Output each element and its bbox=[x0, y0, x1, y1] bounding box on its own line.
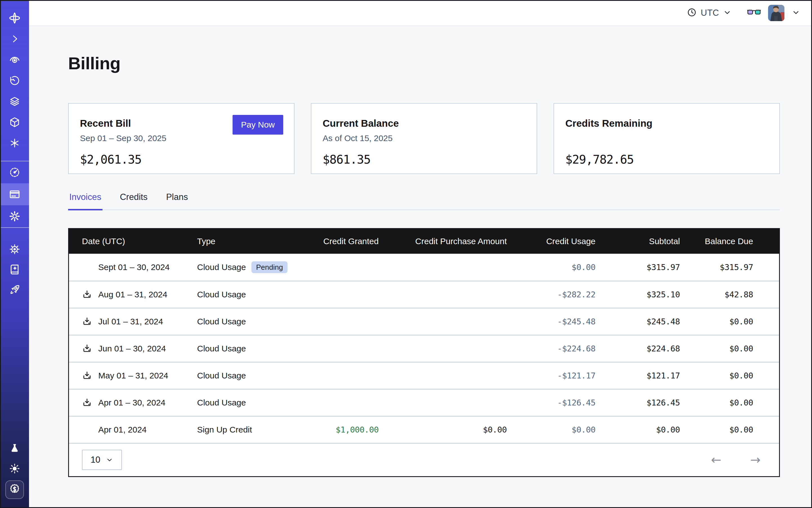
download-invoice-button[interactable] bbox=[82, 344, 92, 354]
table-row: Jun 01 – 30, 2024Cloud Usage-$224.68$224… bbox=[69, 335, 779, 362]
invoice-date: Jul 01 – 31, 2024 bbox=[98, 317, 163, 326]
tab-invoices[interactable]: Invoices bbox=[68, 192, 102, 210]
invoice-date: Sept 01 – 30, 2024 bbox=[98, 262, 170, 272]
glasses-icon[interactable] bbox=[747, 7, 761, 19]
clock-icon bbox=[687, 7, 697, 18]
invoice-date-cell: Jun 01 – 30, 2024 bbox=[69, 344, 197, 354]
invoice-type: Cloud Usage bbox=[197, 398, 246, 408]
column-header-credit-purchase-amount: Credit Purchase Amount bbox=[382, 237, 510, 246]
next-page-button[interactable]: → bbox=[750, 454, 761, 466]
book-sparkle-icon bbox=[9, 263, 20, 276]
page-size-value: 10 bbox=[91, 455, 100, 465]
invoices-table: Date (UTC)TypeCredit GrantedCredit Purch… bbox=[68, 228, 780, 477]
observe-eye-icon bbox=[9, 54, 20, 66]
credit-usage-cell: -$121.17 bbox=[510, 371, 598, 380]
download-invoice-button[interactable] bbox=[82, 371, 92, 381]
sidebar-item-rocket[interactable] bbox=[0, 280, 29, 300]
invoice-type: Cloud Usage bbox=[197, 290, 246, 299]
tab-credits[interactable]: Credits bbox=[119, 192, 149, 210]
invoice-date: Apr 01, 2024 bbox=[98, 425, 147, 434]
download-invoice-button[interactable] bbox=[82, 397, 92, 408]
recent-bill-amount: $2,061.35 bbox=[80, 153, 283, 166]
download-invoice-button[interactable] bbox=[82, 290, 92, 300]
tab-plans[interactable]: Plans bbox=[165, 192, 189, 210]
table-row: Jul 01 – 31, 2024Cloud Usage-$245.48$245… bbox=[69, 308, 779, 335]
sidebar-group-mid bbox=[0, 161, 29, 227]
sidebar-item-sun[interactable] bbox=[0, 458, 29, 479]
column-header-date-utc-: Date (UTC) bbox=[69, 237, 197, 246]
sidebar-item-billing-card[interactable] bbox=[0, 183, 29, 205]
credits-button-wrap bbox=[0, 479, 29, 501]
credit-usage-cell: -$126.45 bbox=[510, 398, 598, 408]
account-menu bbox=[747, 5, 800, 21]
credits-remaining-amount: $29,782.65 bbox=[565, 153, 768, 166]
current-balance-card: Current Balance As of Oct 15, 2025 $861.… bbox=[311, 103, 537, 174]
balance-due-cell: $0.00 bbox=[683, 398, 779, 408]
sidebar-item-observe-eye[interactable] bbox=[0, 49, 29, 70]
balance-due-cell: $0.00 bbox=[683, 317, 779, 326]
invoice-type-cell: Sign Up Credit bbox=[197, 425, 323, 434]
sidebar-item-timer[interactable] bbox=[0, 70, 29, 91]
sidebar-divider bbox=[0, 227, 29, 228]
user-avatar[interactable] bbox=[768, 5, 784, 21]
invoice-type: Cloud Usage bbox=[197, 344, 246, 353]
timer-icon bbox=[9, 75, 20, 86]
sidebar-item-flask[interactable] bbox=[0, 438, 29, 458]
credit-granted-cell: $1,000.00 bbox=[323, 425, 382, 434]
sidebar-item-layers[interactable] bbox=[0, 91, 29, 112]
credit-usage-cell: -$224.68 bbox=[510, 344, 598, 353]
pagination-arrows: ← → bbox=[711, 454, 779, 466]
column-header-credit-usage: Credit Usage bbox=[510, 237, 598, 246]
sidebar-item-book-sparkle[interactable] bbox=[0, 259, 29, 280]
page-size-select[interactable]: 10 bbox=[82, 450, 122, 470]
chevron-down-icon[interactable] bbox=[792, 8, 800, 18]
card-title: Current Balance bbox=[323, 118, 525, 129]
invoice-type-cell: Cloud Usage bbox=[197, 290, 323, 299]
balance-due-cell: $0.00 bbox=[683, 371, 779, 380]
sidebar-item-chevron-right[interactable] bbox=[0, 29, 29, 49]
pay-now-button[interactable]: Pay Now bbox=[232, 115, 283, 135]
credits-button[interactable] bbox=[5, 480, 24, 499]
download-invoice-button bbox=[82, 262, 92, 272]
summary-cards: Recent Bill Sep 01 – Sep 30, 2025 $2,061… bbox=[68, 103, 780, 174]
page-title: Billing bbox=[68, 53, 780, 73]
table-row: Apr 01 – 30, 2024Cloud Usage-$126.45$126… bbox=[69, 389, 779, 416]
subtotal-cell: $224.68 bbox=[598, 344, 683, 353]
table-row: Sept 01 – 30, 2024Cloud UsagePending$0.0… bbox=[69, 254, 779, 281]
table-header: Date (UTC)TypeCredit GrantedCredit Purch… bbox=[69, 229, 779, 254]
timezone-selector[interactable]: UTC bbox=[687, 7, 731, 18]
invoice-type: Cloud Usage bbox=[197, 262, 246, 272]
chevron-right-icon bbox=[9, 33, 20, 44]
sidebar-item-asterisk[interactable] bbox=[0, 133, 29, 154]
invoice-date-cell: Jul 01 – 31, 2024 bbox=[69, 316, 197, 327]
flask-icon bbox=[9, 443, 20, 454]
table-row: May 01 – 31, 2024Cloud Usage-$121.17$121… bbox=[69, 362, 779, 389]
balance-due-cell: $42.88 bbox=[683, 290, 779, 299]
balance-due-cell: $0.00 bbox=[683, 344, 779, 353]
sidebar-item-cube[interactable] bbox=[0, 112, 29, 133]
invoice-date-cell: Sept 01 – 30, 2024 bbox=[69, 262, 197, 272]
sidebar-group-low bbox=[0, 239, 29, 300]
credit-usage-cell: $0.00 bbox=[510, 262, 598, 272]
card-subtitle bbox=[565, 133, 768, 144]
subtotal-cell: $315.97 bbox=[598, 262, 683, 272]
invoice-date: May 01 – 31, 2024 bbox=[98, 371, 168, 380]
table-footer: 10 ← → bbox=[69, 443, 779, 476]
cube-icon bbox=[9, 116, 20, 128]
invoice-type: Cloud Usage bbox=[197, 317, 246, 326]
sidebar-item-gauge[interactable] bbox=[0, 161, 29, 183]
balance-due-cell: $315.97 bbox=[683, 262, 779, 272]
sidebar-item-helm[interactable] bbox=[0, 239, 29, 259]
download-invoice-button[interactable] bbox=[82, 316, 92, 327]
invoice-date-cell: Aug 01 – 31, 2024 bbox=[69, 290, 197, 300]
sidebar-item-gear[interactable] bbox=[0, 205, 29, 227]
invoice-type-cell: Cloud UsagePending bbox=[197, 261, 323, 273]
sidebar-item-logo[interactable] bbox=[0, 8, 29, 29]
dollar-badge-icon bbox=[8, 483, 21, 497]
download-invoice-button bbox=[82, 425, 92, 435]
credit-usage-cell: -$245.48 bbox=[510, 317, 598, 326]
credits-remaining-card: Credits Remaining $29,782.65 bbox=[554, 103, 780, 174]
subtotal-cell: $126.45 bbox=[598, 398, 683, 408]
previous-page-button[interactable]: ← bbox=[711, 454, 721, 466]
subtotal-cell: $245.48 bbox=[598, 317, 683, 326]
